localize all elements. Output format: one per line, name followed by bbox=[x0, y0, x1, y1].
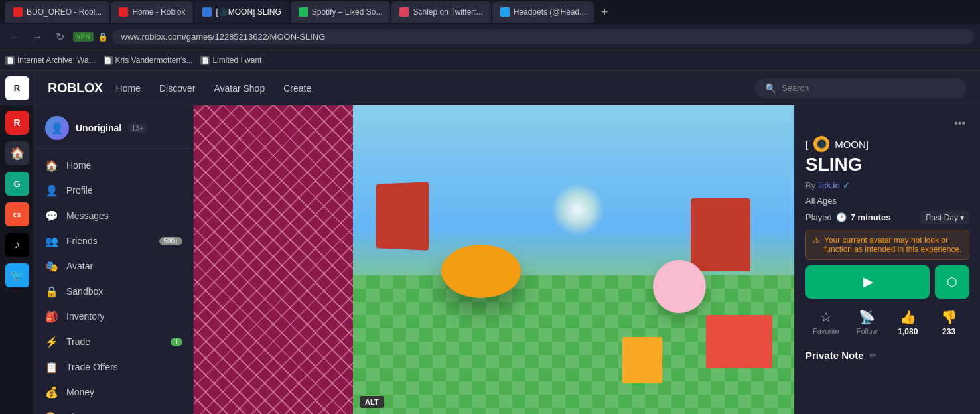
url-bar[interactable]: www.roblox.com/games/12285213622/MOON-SL… bbox=[112, 29, 975, 44]
tiktok-app-icon[interactable]: ♪ bbox=[5, 233, 29, 257]
left-sidebar: 👤 Unoriginal 13+ 🏠 Home 👤 Profile 💬 Mess… bbox=[35, 105, 194, 414]
home-app-icon[interactable]: 🏠 bbox=[5, 141, 29, 165]
top-nav-links: Home Discover Avatar Shop Create bbox=[116, 83, 312, 94]
bookmark-icon-archive: 📄 bbox=[5, 56, 15, 65]
sidebar-item-inventory[interactable]: 🎒 Inventory bbox=[35, 304, 193, 329]
sidebar-item-label-inventory: Inventory bbox=[66, 311, 105, 322]
more-options-button[interactable]: ••• bbox=[950, 116, 969, 131]
more-options-row: ••• bbox=[805, 116, 969, 131]
bookmark-icon-limited: 📄 bbox=[200, 56, 210, 65]
reload-button[interactable]: ↻ bbox=[50, 28, 69, 46]
messages-icon: 💬 bbox=[45, 209, 58, 222]
tab-label-schlep: Schlep on Twitter:... bbox=[413, 7, 482, 17]
sidebar-item-messages[interactable]: 💬 Messages bbox=[35, 203, 193, 228]
tab-favicon-moon bbox=[202, 7, 212, 17]
sidebar-item-label-profile: Profile bbox=[66, 185, 93, 196]
trade-offers-icon: 📋 bbox=[45, 360, 58, 374]
edit-note-icon[interactable]: ✏ bbox=[869, 350, 876, 360]
follow-button[interactable]: 📡 Follow bbox=[847, 304, 888, 342]
sidebar-item-label-trade-offers: Trade Offers bbox=[66, 362, 118, 372]
inventory-icon: 🎒 bbox=[45, 310, 58, 323]
tab-favicon-headpets bbox=[500, 7, 510, 17]
nav-link-avatar-shop[interactable]: Avatar Shop bbox=[214, 83, 265, 94]
back-button[interactable]: ← bbox=[5, 28, 24, 46]
money-icon: 💰 bbox=[45, 385, 58, 399]
bookmark-label-kris: Kris Vandermotten's... bbox=[115, 56, 193, 65]
sidebar-item-label-trade: Trade bbox=[66, 336, 90, 347]
forward-button[interactable]: → bbox=[28, 28, 46, 46]
sidebar-item-trade[interactable]: ⚡ Trade 1 bbox=[35, 329, 193, 354]
game-object-4 bbox=[706, 315, 772, 368]
game-object-3 bbox=[691, 198, 750, 271]
sidebar-item-money[interactable]: 💰 Money bbox=[35, 380, 193, 405]
new-tab-button[interactable]: + bbox=[595, 3, 614, 21]
bookmark-archive[interactable]: 📄 Internet Archive: Wa... bbox=[5, 56, 96, 65]
sidebar-item-sandbox[interactable]: 🔒 Sandbox bbox=[35, 279, 193, 304]
private-note-section: Private Note ✏ bbox=[805, 347, 969, 361]
bookmark-limited[interactable]: 📄 Limited I want bbox=[200, 56, 261, 65]
roblox-app-icon[interactable]: R bbox=[5, 111, 29, 135]
sidebar-item-friends[interactable]: 👥 Friends 500+ bbox=[35, 228, 193, 253]
sidebar-item-home[interactable]: 🏠 Home bbox=[35, 153, 193, 178]
favorite-button[interactable]: ☆ Favorite bbox=[805, 304, 847, 342]
cube-button[interactable]: ⬡ bbox=[935, 265, 969, 299]
tab-favicon-bdo bbox=[13, 7, 23, 17]
clock-icon: 🕐 bbox=[836, 212, 847, 222]
by-label: By bbox=[805, 180, 815, 190]
tab-schlep[interactable]: Schlep on Twitter:... bbox=[391, 1, 490, 23]
sidebar-item-themes[interactable]: 🎨 Themes bbox=[35, 405, 193, 414]
browser-chrome: BDO_OREO - Robl... Home - Roblox [🌑MOON]… bbox=[0, 0, 980, 71]
tab-label-headpets: Headpets (@Head... bbox=[514, 7, 587, 17]
nav-link-create[interactable]: Create bbox=[283, 83, 311, 94]
favorite-icon: ☆ bbox=[820, 309, 832, 325]
play-button[interactable]: ▶ bbox=[805, 265, 930, 299]
cs-app-icon[interactable]: cs bbox=[5, 202, 29, 226]
main-content: ALT ••• [ 🌑 MOON] bbox=[194, 105, 980, 414]
search-bar[interactable]: 🔍 Search bbox=[754, 78, 967, 98]
sidebar-item-trade-offers[interactable]: 📋 Trade Offers bbox=[35, 354, 193, 380]
like-count: 1,080 bbox=[898, 327, 918, 336]
sidebar-item-label-messages: Messages bbox=[66, 210, 109, 221]
avatar-icon: 🎭 bbox=[45, 259, 58, 273]
nav-link-discover[interactable]: Discover bbox=[159, 83, 195, 94]
tab-label-home: Home - Roblox bbox=[132, 7, 185, 17]
tab-home-roblox[interactable]: Home - Roblox bbox=[111, 1, 193, 23]
past-day-button[interactable]: Past Day ▾ bbox=[920, 211, 969, 224]
sidebar-item-avatar[interactable]: 🎭 Avatar bbox=[35, 253, 193, 279]
played-row: Played 🕐 7 minutes Past Day ▾ bbox=[805, 211, 969, 224]
tab-moon-sling[interactable]: [🌑MOON] SLING bbox=[194, 1, 289, 23]
bookmark-icon-kris: 📄 bbox=[104, 56, 113, 65]
banner-lattice bbox=[194, 105, 353, 414]
game-screenshot: ALT bbox=[353, 105, 794, 414]
twitter-app-icon[interactable]: 🐦 bbox=[5, 263, 29, 287]
game-title: SLING bbox=[805, 155, 969, 175]
nav-link-home[interactable]: Home bbox=[116, 83, 141, 94]
gpt-app-icon[interactable]: G bbox=[5, 172, 29, 196]
age-rating: All Ages bbox=[805, 196, 969, 206]
dislike-button[interactable]: 👎 233 bbox=[928, 304, 969, 342]
tab-favicon-spotify bbox=[299, 7, 308, 17]
nav-bar: ← → ↻ VPN 🔒 www.roblox.com/games/1228521… bbox=[0, 24, 980, 50]
tab-label-spotify: Spotify – Liked So... bbox=[312, 7, 383, 17]
favorite-label: Favorite bbox=[813, 327, 839, 335]
tab-bdo[interactable]: BDO_OREO - Robl... bbox=[5, 1, 109, 23]
like-button[interactable]: 👍 1,080 bbox=[888, 304, 929, 342]
bracket-suffix-text: MOON] bbox=[835, 139, 869, 150]
tab-spotify[interactable]: Spotify – Liked So... bbox=[291, 1, 391, 23]
game-info-panel: ••• [ 🌑 MOON] SLING By lick.i bbox=[794, 105, 980, 414]
creator-link[interactable]: lick.io bbox=[818, 180, 840, 190]
game-object-2 bbox=[441, 245, 521, 298]
themes-icon: 🎨 bbox=[45, 411, 58, 414]
alt-badge: ALT bbox=[360, 396, 384, 408]
sidebar-item-profile[interactable]: 👤 Profile bbox=[35, 178, 193, 203]
profile-icon: 👤 bbox=[45, 184, 58, 197]
dislike-count: 233 bbox=[942, 327, 955, 336]
play-button-row: ▶ ⬡ bbox=[805, 265, 969, 299]
tab-headpets[interactable]: Headpets (@Head... bbox=[492, 1, 595, 23]
content-area: ALT ••• [ 🌑 MOON] bbox=[194, 105, 980, 414]
like-icon: 👍 bbox=[900, 309, 916, 325]
bookmark-kris[interactable]: 📄 Kris Vandermotten's... bbox=[104, 56, 193, 65]
game-object-5 bbox=[653, 260, 706, 313]
page-content: R 🏠 G cs ♪ 🐦 👤 Unoriginal 13+ 🏠 Home 👤 P… bbox=[0, 105, 980, 414]
friends-icon: 👥 bbox=[45, 234, 58, 247]
